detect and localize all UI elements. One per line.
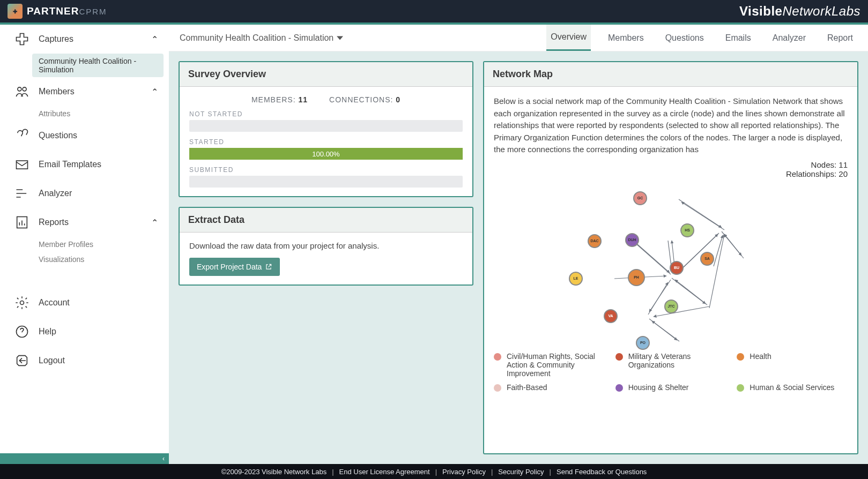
footer-copyright: ©2009-2023 Visible Network Labs xyxy=(221,468,327,476)
brand-main: PARTNER xyxy=(27,5,79,17)
svg-line-20 xyxy=(675,280,707,305)
nav-captures-label: Captures xyxy=(39,34,73,44)
tab-emails[interactable]: Emails xyxy=(721,25,755,51)
brand-left: ✚ PARTNER CPRM xyxy=(8,4,107,19)
nav-email-templates-label: Email Templates xyxy=(39,160,101,169)
tab-overview[interactable]: Overview xyxy=(546,25,591,51)
extract-title: Extract Data xyxy=(180,208,472,233)
nav-account[interactable]: Account xyxy=(0,288,169,317)
node-bu[interactable]: BU xyxy=(670,261,684,275)
legend-item: Housing & Shelter xyxy=(615,383,726,392)
network-map-canvas[interactable]: GC HS DAC DUH SA BU LE PH JTC VA PO xyxy=(547,181,826,347)
node-ph[interactable]: PH xyxy=(628,269,645,286)
node-hs[interactable]: HS xyxy=(680,223,694,237)
swatch-icon xyxy=(494,384,501,392)
external-link-icon xyxy=(265,263,272,271)
brand-right-bold: Visible xyxy=(739,4,782,18)
tab-questions[interactable]: Questions xyxy=(661,25,708,51)
node-le[interactable]: LE xyxy=(569,272,583,286)
nav-captures-sub[interactable]: Community Health Coalition - Simulation xyxy=(32,54,164,77)
caret-down-icon xyxy=(337,35,343,41)
nav-questions-label: Questions xyxy=(39,131,77,140)
nav-analyzer-label: Analyzer xyxy=(39,189,72,198)
survey-overview-title: Survey Overview xyxy=(180,62,472,87)
legend: Civil/Human Rights, Social Action & Comm… xyxy=(494,352,848,392)
footer-link-security[interactable]: Security Policy xyxy=(498,468,544,476)
legend-item: Health xyxy=(737,352,848,378)
svg-line-9 xyxy=(633,241,670,273)
report-icon xyxy=(14,214,30,230)
svg-line-23 xyxy=(709,234,724,308)
svg-rect-2 xyxy=(17,161,28,169)
nav-help-label: Help xyxy=(39,327,56,336)
node-jtc[interactable]: JTC xyxy=(664,300,678,313)
node-sa[interactable]: SA xyxy=(700,252,714,266)
svg-line-15 xyxy=(714,235,723,266)
nav-members[interactable]: Members ⌃ xyxy=(0,77,169,106)
started-bar: 100.00% xyxy=(189,148,463,160)
footer-link-feedback[interactable]: Send Feedback or Questions xyxy=(557,468,647,476)
survey-overview-card: Survey Overview MEMBERS: 11 CONNECTIONS:… xyxy=(179,61,473,197)
members-label: MEMBERS: xyxy=(251,95,296,104)
tab-members[interactable]: Members xyxy=(604,25,648,51)
svg-line-26 xyxy=(654,306,709,317)
legend-item: Civil/Human Rights, Social Action & Comm… xyxy=(494,352,605,378)
legend-item: Faith-Based xyxy=(494,383,605,392)
logout-icon xyxy=(14,353,30,369)
legend-item: Human & Social Services xyxy=(737,383,848,392)
export-button[interactable]: Export Project Data xyxy=(189,258,280,276)
swatch-icon xyxy=(615,353,623,361)
nodes-count: Nodes: 11 xyxy=(494,160,848,169)
footer-link-eula[interactable]: End User License Agreement xyxy=(339,468,430,476)
brand-right: VisibleNetworkLabs xyxy=(739,4,860,19)
network-map-meta: Nodes: 11 Relationships: 20 xyxy=(494,160,848,178)
not-started-bar xyxy=(189,120,463,132)
legend-label: Civil/Human Rights, Social Action & Comm… xyxy=(507,352,605,378)
node-gc[interactable]: GC xyxy=(633,191,647,205)
main: Community Health Coalition - Simulation … xyxy=(169,25,868,464)
extract-desc: Download the raw data from your project … xyxy=(189,241,463,250)
node-po[interactable]: PO xyxy=(636,336,650,350)
sidebar-collapse[interactable]: ‹ xyxy=(0,453,169,464)
swatch-icon xyxy=(615,384,623,392)
gear-icon xyxy=(14,295,30,311)
network-edges xyxy=(547,181,826,347)
nav-analyzer[interactable]: Analyzer xyxy=(0,179,169,208)
project-dropdown[interactable]: Community Health Coalition - Simulation xyxy=(180,33,343,43)
nav-reports-sub2[interactable]: Visualizations xyxy=(0,252,169,267)
content: Survey Overview MEMBERS: 11 CONNECTIONS:… xyxy=(169,51,868,464)
members-count: 11 xyxy=(298,95,308,104)
submitted-bar xyxy=(189,176,463,188)
connections-label: CONNECTIONS: xyxy=(329,95,393,104)
nav-reports[interactable]: Reports ⌃ xyxy=(0,208,169,237)
nav-help[interactable]: Help xyxy=(0,317,169,346)
nav-logout[interactable]: Logout xyxy=(0,346,169,375)
footer-link-privacy[interactable]: Privacy Policy xyxy=(442,468,486,476)
bars-icon xyxy=(14,185,30,201)
tab-analyzer[interactable]: Analyzer xyxy=(768,25,810,51)
node-dac[interactable]: DAC xyxy=(588,234,602,248)
node-va[interactable]: VA xyxy=(604,309,618,323)
tab-report[interactable]: Report xyxy=(823,25,857,51)
brand-right-rest: NetworkLabs xyxy=(782,4,860,18)
nav-members-sub[interactable]: Attributes xyxy=(0,106,169,121)
not-started-label: NOT STARTED xyxy=(189,110,463,118)
chevron-up-icon: ⌃ xyxy=(151,34,158,44)
question-icon xyxy=(14,128,30,144)
nav-email-templates[interactable]: Email Templates xyxy=(0,150,169,179)
help-icon xyxy=(14,324,30,340)
node-duh[interactable]: DUH xyxy=(625,233,639,247)
plus-medical-icon xyxy=(14,31,30,47)
nav-captures[interactable]: Captures ⌃ xyxy=(0,25,169,54)
chevron-up-icon: ⌃ xyxy=(151,87,158,97)
brand-sub: CPRM xyxy=(79,7,107,16)
svg-line-17 xyxy=(679,233,719,272)
legend-label: Housing & Shelter xyxy=(628,383,689,392)
legend-label: Faith-Based xyxy=(507,383,547,392)
relationships-count: Relationships: 20 xyxy=(494,169,848,178)
nav-reports-sub1[interactable]: Member Profiles xyxy=(0,237,169,252)
nav-reports-label: Reports xyxy=(39,218,69,227)
nav-questions[interactable]: Questions xyxy=(0,121,169,150)
topbar: ✚ PARTNER CPRM VisibleNetworkLabs xyxy=(0,0,868,23)
mail-icon xyxy=(14,156,30,173)
